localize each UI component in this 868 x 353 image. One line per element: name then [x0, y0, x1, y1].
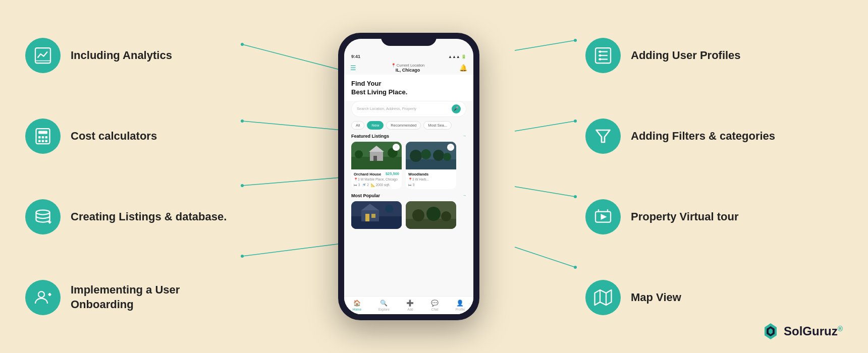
search-bar[interactable]: Search Location, Address, Property 🎤 [351, 101, 466, 117]
svg-point-51 [385, 205, 393, 213]
location-display: 📍 Current Location IL, Chicago [391, 63, 425, 73]
svg-rect-25 [45, 140, 48, 143]
card-price-1: $25,500 [386, 171, 399, 176]
search-placeholder-text: Search Location, Address, Property [357, 106, 416, 111]
nav-home-label: Home [353, 308, 361, 311]
svg-point-43 [433, 150, 444, 161]
svg-marker-66 [601, 214, 607, 220]
location-label: 📍 Current Location [391, 63, 425, 68]
chip-most[interactable]: Most Sea... [423, 121, 452, 130]
svg-rect-49 [365, 214, 369, 221]
feature-listings: Creating Listings & database. [25, 199, 232, 234]
svg-line-12 [515, 187, 575, 197]
svg-point-42 [421, 149, 431, 159]
logo-text: SolGuruz® [784, 324, 843, 338]
chip-all[interactable]: All [351, 121, 364, 130]
phone-screen-content: 9:41 ▲▲▲ 🔋 ☰ 📍 Current Location IL, Chic… [344, 39, 473, 314]
property-card-1[interactable]: ♡ Orchard House $25,500 📍3 W Marble Plac… [351, 142, 402, 189]
feature-profiles: Adding User Profiles [585, 38, 843, 73]
popular-section-header: Most Popular → [344, 193, 473, 201]
phone-mockup: 9:41 ▲▲▲ 🔋 ☰ 📍 Current Location IL, Chic… [328, 33, 490, 320]
feature-filters: Adding Filters & categories [585, 119, 843, 154]
featured-see-all[interactable]: → [462, 134, 466, 138]
listings-label: Creating Listings & database. [71, 210, 227, 224]
svg-line-8 [515, 40, 575, 50]
nav-explore[interactable]: 🔍 Explore [378, 300, 390, 311]
card-heart-2[interactable]: ♡ [447, 144, 454, 151]
nav-add[interactable]: ➕ Add [406, 300, 414, 311]
popular-see-all[interactable]: → [462, 193, 466, 198]
feature-calculators: Cost calculators [25, 119, 232, 154]
svg-rect-21 [42, 136, 44, 139]
map-icon [594, 288, 612, 307]
nav-profile[interactable]: 👤 Profile [456, 300, 465, 311]
svg-line-10 [515, 121, 575, 131]
svg-rect-36 [373, 156, 377, 161]
mic-button[interactable]: 🎤 [452, 104, 461, 113]
explore-nav-icon: 🔍 [380, 300, 388, 307]
user-add-icon [34, 288, 52, 307]
main-container: Including Analytics Cost calculators [0, 0, 868, 353]
nav-home[interactable]: 🏠 Home [353, 300, 361, 311]
svg-marker-64 [596, 130, 610, 142]
svg-point-26 [36, 210, 50, 215]
card-body-1: Orchard House $25,500 📍3 W Marble Place,… [351, 169, 402, 189]
filter-chips: All New Recommended Most Sea... [344, 121, 473, 134]
phone-notch [381, 33, 437, 46]
svg-rect-19 [38, 131, 47, 134]
popular-card-2[interactable] [406, 201, 456, 229]
notification-icon[interactable]: 🔔 [459, 64, 467, 72]
chip-new[interactable]: New [367, 121, 384, 130]
svg-rect-23 [38, 140, 41, 143]
svg-line-14 [515, 247, 575, 267]
svg-point-54 [412, 209, 424, 221]
card-name-2: Woodlands [408, 172, 428, 177]
svg-rect-24 [42, 140, 44, 143]
phone-outer-shell: 9:41 ▲▲▲ 🔋 ☰ 📍 Current Location IL, Chic… [338, 33, 479, 320]
profile-list-icon [594, 46, 612, 65]
chip-recommended[interactable]: Recommended [386, 121, 421, 130]
hamburger-icon[interactable]: ☰ [350, 64, 356, 72]
filter-icon-circle [585, 119, 621, 154]
popular-card-1[interactable] [351, 201, 402, 229]
property-card-2[interactable]: ♡ Woodlands 📍3 W Harb... 🛏 3 [406, 142, 456, 189]
calculator-icon [34, 127, 52, 145]
svg-point-55 [426, 207, 441, 221]
card-heart-1[interactable]: ♡ [393, 144, 400, 151]
profile-list-icon-circle [585, 38, 621, 73]
feature-onboarding: Implementing a User Onboarding [25, 280, 232, 315]
svg-rect-20 [38, 136, 41, 139]
logo-trademark: ® [838, 325, 843, 333]
card-address-1: 📍3 W Marble Place, Chicago [354, 178, 399, 182]
nav-chat[interactable]: 💬 Chat [431, 300, 439, 311]
nav-chat-label: Chat [431, 308, 439, 311]
virtual-tour-label: Property Virtual tour [631, 210, 739, 224]
hero-section: Find YourBest Living Place. [344, 75, 473, 101]
svg-point-41 [410, 150, 422, 162]
user-add-icon-circle [25, 280, 61, 315]
svg-point-63 [599, 58, 602, 61]
signal-battery: ▲▲▲ 🔋 [448, 54, 466, 59]
card-image-2: ♡ [406, 142, 456, 169]
database-icon-circle [25, 199, 61, 234]
calculators-label: Cost calculators [71, 129, 157, 144]
card-image-1: ♡ [351, 142, 402, 169]
nav-explore-label: Explore [378, 308, 390, 311]
svg-rect-22 [45, 136, 48, 139]
analytics-icon [34, 46, 52, 65]
card-stats-2: 🛏 3 [408, 183, 454, 187]
card-address-2: 📍3 W Harb... [408, 178, 454, 182]
analytics-label: Including Analytics [71, 48, 172, 63]
left-features-panel: Including Analytics Cost calculators [0, 0, 242, 353]
feature-virtual-tour: Property Virtual tour [585, 199, 843, 234]
add-nav-icon: ➕ [406, 300, 414, 307]
svg-rect-47 [361, 210, 379, 221]
featured-title: Featured Listings [351, 134, 389, 139]
phone-screen-area: 9:41 ▲▲▲ 🔋 ☰ 📍 Current Location IL, Chic… [344, 39, 473, 314]
svg-point-37 [355, 150, 363, 158]
card-name-1: Orchard House [354, 172, 381, 177]
card-body-2: Woodlands 📍3 W Harb... 🛏 3 [406, 169, 456, 189]
profile-nav-icon: 👤 [456, 300, 464, 307]
feature-analytics: Including Analytics [25, 38, 232, 73]
virtual-tour-icon-circle [585, 199, 621, 234]
